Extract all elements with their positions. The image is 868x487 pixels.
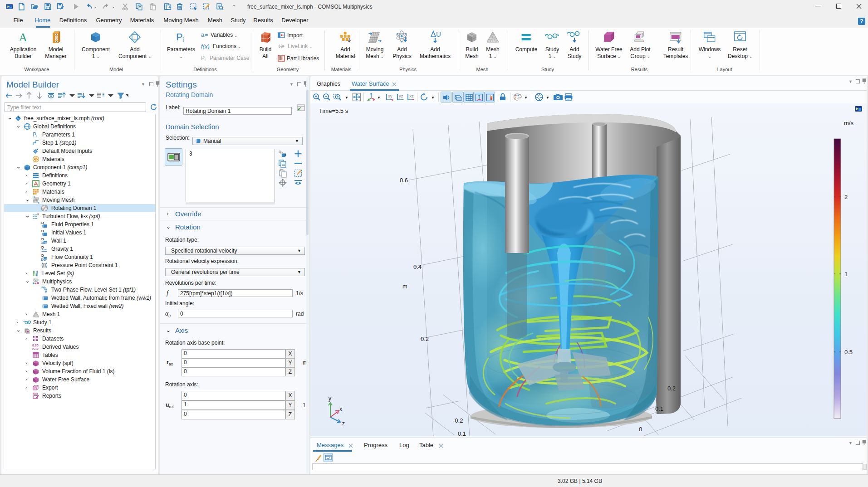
svg-text:0.4: 0.4 [413,263,422,270]
svg-text:0.1: 0.1 [655,405,663,412]
svg-text:0.1: 0.1 [458,430,466,436]
svg-text:2: 2 [844,194,848,200]
svg-text:1: 1 [844,271,848,278]
svg-text:0.2: 0.2 [421,336,429,342]
svg-text:P: P [176,31,183,43]
svg-text:i: i [182,36,184,44]
svg-text:z: z [342,420,345,427]
svg-text:x: x [339,406,342,412]
svg-text:0.5: 0.5 [844,349,853,356]
svg-text:-0.2: -0.2 [453,417,463,424]
svg-text:y: y [329,395,331,402]
svg-text:a: a [201,32,205,38]
svg-text:xz: xz [409,93,414,98]
svg-text:0: 0 [639,426,642,433]
svg-text:yz: yz [399,93,403,98]
svg-text:m: m [402,283,407,290]
svg-text:xy: xy [388,93,392,98]
svg-text:P: P [201,55,205,61]
svg-text:i: i [205,57,206,61]
svg-text:0.2: 0.2 [667,385,676,392]
svg-text:A: A [19,31,28,44]
svg-text:0.6: 0.6 [400,177,408,184]
svg-text:f(x): f(x) [201,43,210,49]
svg-text:Time=5.5 s: Time=5.5 s [319,107,348,114]
svg-text:m/s: m/s [844,120,853,127]
svg-text:U: U [436,30,441,38]
